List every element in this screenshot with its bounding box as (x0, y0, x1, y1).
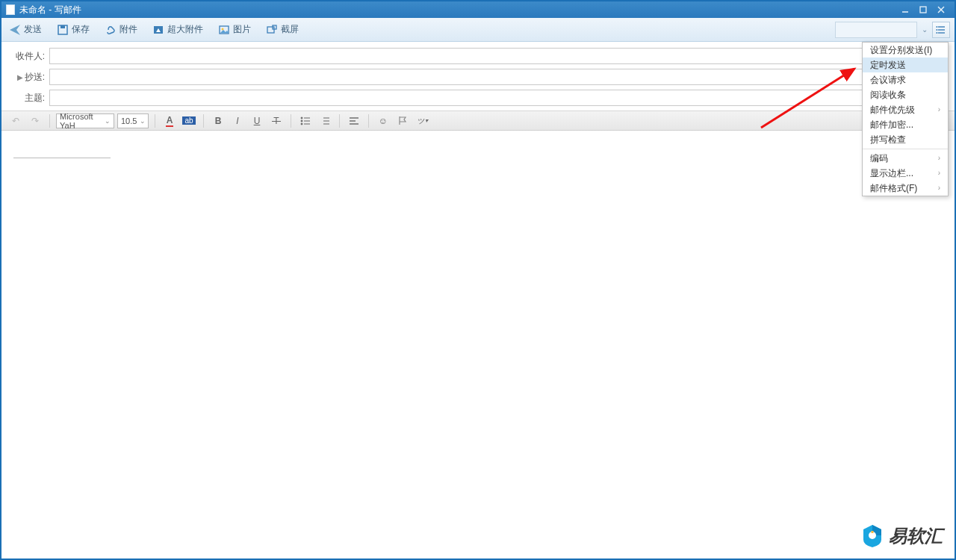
image-label: 图片 (233, 23, 251, 36)
svg-point-16 (936, 32, 937, 34)
screenshot-button[interactable]: 截屏 (263, 22, 302, 37)
to-row: 收件人: (9, 48, 947, 64)
to-label: 收件人: (16, 50, 45, 63)
subject-label: 主题: (25, 92, 45, 105)
cc-row: ▶抄送: (9, 69, 947, 85)
svg-point-19 (301, 120, 302, 122)
svg-point-17 (301, 117, 302, 119)
big-attach-label: 超大附件 (167, 23, 203, 36)
close-button[interactable] (932, 3, 950, 16)
dropdown-item-10[interactable]: 邮件格式(F)› (863, 181, 948, 196)
editor-body[interactable] (1, 131, 955, 549)
account-dropdown-arrow[interactable]: ⌄ (922, 25, 928, 34)
subject-row: 主题: (9, 90, 947, 106)
undo-button[interactable]: ↶ (7, 113, 24, 128)
highlight-button[interactable]: ab (181, 113, 197, 128)
minimize-button[interactable] (896, 3, 914, 16)
font-color-button[interactable]: A (161, 113, 178, 128)
strikethrough-button[interactable]: T (268, 113, 285, 128)
svg-rect-31 (872, 531, 874, 533)
submenu-chevron-icon: › (938, 181, 940, 196)
font-size-select[interactable]: 10.5⌄ (117, 113, 149, 128)
to-input[interactable] (49, 48, 947, 64)
dropdown-item-4[interactable]: 邮件优先级› (863, 102, 948, 117)
save-label: 保存 (72, 23, 90, 36)
dropdown-separator (863, 149, 948, 149)
main-toolbar: 发送 保存 附件 超大附件 图片 截屏 ⌄ (1, 18, 955, 42)
send-label: 发送 (24, 23, 42, 36)
dropdown-item-label: 定时发送 (870, 57, 906, 72)
window-title: 未命名 - 写邮件 (19, 4, 81, 16)
dropdown-item-8[interactable]: 编码› (863, 151, 948, 166)
cc-input[interactable] (49, 69, 947, 85)
dropdown-item-label: 显示边栏... (870, 166, 913, 181)
dropdown-item-1[interactable]: 定时发送 (863, 57, 948, 72)
dropdown-item-3[interactable]: 阅读收条 (863, 87, 948, 102)
more-format-button[interactable]: ッ▾ (414, 113, 430, 128)
dropdown-item-label: 拼写检查 (870, 132, 906, 147)
screenshot-label: 截屏 (281, 23, 299, 36)
compose-window: 未命名 - 写邮件 发送 保存 附件 超大附件 (0, 0, 956, 560)
cc-label: 抄送: (25, 71, 45, 84)
dropdown-item-5[interactable]: 邮件加密... (863, 117, 948, 132)
header-fields: 收件人: ▶抄送: 主题: (1, 42, 955, 111)
number-list-button[interactable] (317, 113, 333, 128)
watermark-logo-icon (862, 524, 883, 548)
watermark-text: 易软汇 (889, 524, 943, 548)
maximize-button[interactable] (914, 3, 932, 16)
document-icon (6, 4, 15, 15)
emoji-button[interactable]: ☺ (375, 113, 391, 128)
dropdown-item-label: 编码 (870, 151, 888, 166)
italic-button[interactable]: I (229, 113, 246, 128)
dropdown-item-label: 会议请求 (870, 72, 906, 87)
flag-button[interactable] (394, 113, 411, 128)
dropdown-item-label: 邮件加密... (870, 117, 913, 132)
submenu-chevron-icon: › (938, 102, 940, 117)
subject-input[interactable] (49, 90, 947, 106)
watermark: 易软汇 (862, 524, 943, 548)
svg-point-21 (301, 123, 302, 125)
format-toolbar: ↶ ↷ Microsoft YaH⌄ 10.5⌄ A ab B I U T ☺ … (1, 111, 955, 131)
svg-point-14 (936, 26, 937, 28)
redo-button[interactable]: ↷ (27, 113, 43, 128)
save-button[interactable]: 保存 (54, 22, 93, 37)
dropdown-item-6[interactable]: 拼写检查 (863, 132, 948, 147)
dropdown-item-2[interactable]: 会议请求 (863, 72, 948, 87)
dropdown-item-label: 邮件优先级 (870, 102, 915, 117)
dropdown-item-9[interactable]: 显示边栏...› (863, 166, 948, 181)
underline-button[interactable]: U (249, 113, 265, 128)
svg-rect-5 (60, 25, 65, 28)
image-button[interactable]: 图片 (215, 22, 254, 37)
font-family-select[interactable]: Microsoft YaH⌄ (56, 113, 114, 128)
title-bar: 未命名 - 写邮件 (1, 1, 955, 18)
dropdown-item-label: 邮件格式(F) (870, 181, 917, 196)
svg-rect-1 (920, 7, 926, 13)
attach-button[interactable]: 附件 (102, 22, 140, 37)
account-selector[interactable] (835, 22, 917, 38)
dropdown-item-label: 设置分别发送(I) (870, 43, 932, 57)
submenu-chevron-icon: › (938, 151, 940, 166)
bold-button[interactable]: B (210, 113, 226, 128)
options-button[interactable] (932, 22, 950, 38)
dropdown-item-0[interactable]: 设置分别发送(I) (863, 43, 948, 57)
signature-placeholder (13, 158, 111, 180)
options-dropdown: 设置分别发送(I)定时发送会议请求阅读收条邮件优先级›邮件加密...拼写检查编码… (862, 42, 949, 196)
submenu-chevron-icon: › (938, 166, 940, 181)
send-button[interactable]: 发送 (6, 22, 45, 37)
expand-cc-icon[interactable]: ▶ (17, 73, 23, 81)
dropdown-item-label: 阅读收条 (870, 87, 906, 102)
big-attach-button[interactable]: 超大附件 (149, 22, 206, 37)
svg-point-15 (936, 29, 937, 31)
bullet-list-button[interactable] (297, 113, 314, 128)
align-button[interactable] (346, 113, 362, 128)
attach-label: 附件 (120, 23, 137, 36)
